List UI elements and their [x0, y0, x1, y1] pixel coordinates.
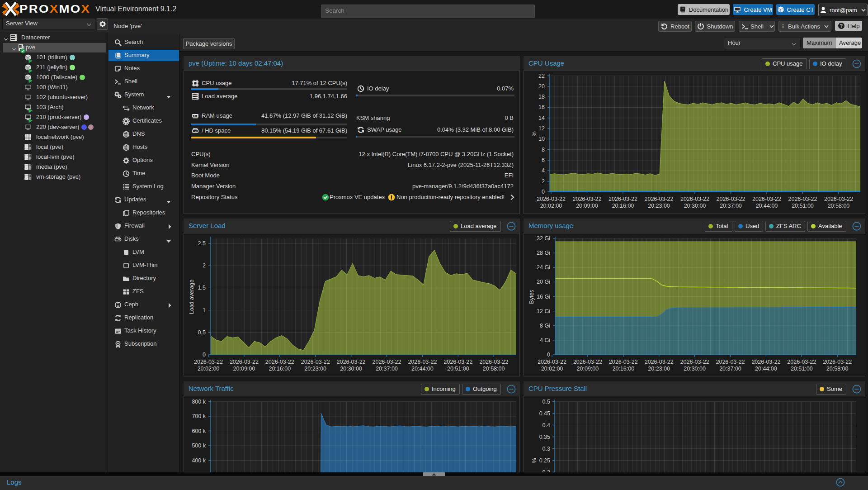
svg-text:?: ?: [840, 23, 842, 29]
